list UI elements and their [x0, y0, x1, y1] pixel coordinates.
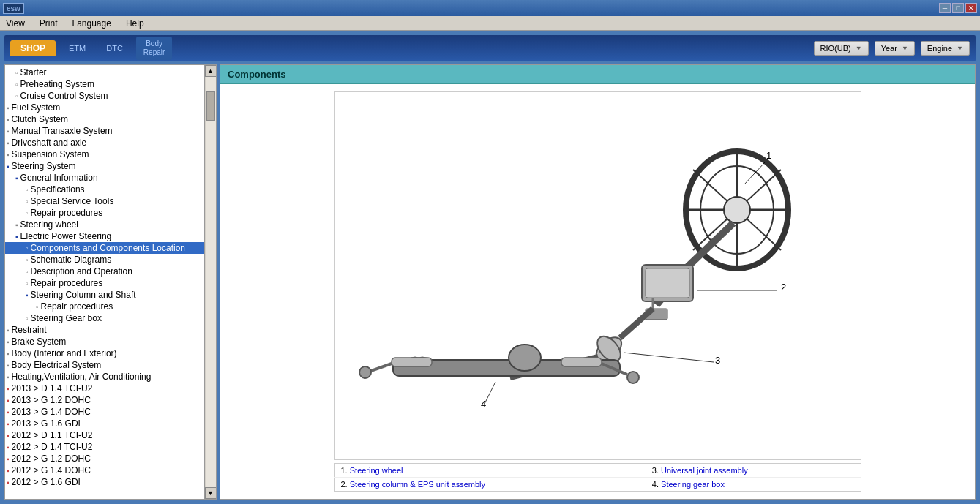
- dropdown-year[interactable]: Year ▼: [875, 41, 915, 56]
- tree-label-starter: Starter: [20, 67, 47, 78]
- svg-line-17: [620, 309, 653, 338]
- tree-item-body-elec[interactable]: ▪Body Electrical System: [5, 359, 204, 371]
- tree-item-cruise[interactable]: ▫Cruise Control System: [5, 90, 204, 102]
- tree-item-manual[interactable]: ▪Manual Transaxle System: [5, 125, 204, 137]
- svg-point-28: [627, 372, 639, 383]
- tree-item-special-tools[interactable]: ▫Special Service Tools: [5, 195, 204, 207]
- folder-icon: ▪: [7, 350, 10, 358]
- tree-label-preheating: Preheating System: [20, 79, 94, 89]
- svg-rect-23: [392, 358, 432, 366]
- scrollbar-vertical[interactable]: ▲ ▼: [204, 65, 216, 499]
- tree-item-repair-proc-col[interactable]: ▫Repair procedures: [5, 301, 204, 312]
- caption-table: 1. Steering wheel 3. Universal joint ass…: [334, 463, 861, 492]
- tree-version-item[interactable]: ▪2012 > G 1.6 GDI: [5, 476, 204, 488]
- tree-item-suspension[interactable]: ▪Suspension System: [5, 148, 204, 160]
- svg-text:4: 4: [481, 399, 486, 410]
- caption-2: Steering column & EPS unit assembly: [350, 480, 485, 489]
- tree-version-item[interactable]: ▪2012 > D 1.1 TCI-U2: [5, 429, 204, 441]
- chevron-down-icon: ▼: [957, 45, 963, 52]
- tab-shop[interactable]: SHOP: [10, 40, 56, 56]
- menu-bar: View Print Language Help: [0, 16, 980, 31]
- tree-version-item[interactable]: ▪2012 > D 1.4 TCI-U2: [5, 441, 204, 453]
- maximize-btn[interactable]: □: [952, 3, 964, 13]
- tree-item-clutch[interactable]: ▪Clutch System: [5, 113, 204, 125]
- tree-item-starter[interactable]: ▫Starter: [5, 67, 204, 78]
- folder-icon: ▪: [7, 139, 10, 147]
- tree-item-eps[interactable]: ▪Electric Power Steering: [5, 230, 204, 242]
- tree-item-steering-gear[interactable]: ▫Steering Gear box: [5, 312, 204, 324]
- tree-item-driveshaft[interactable]: ▪Driveshaft and axle: [5, 137, 204, 148]
- scroll-thumb[interactable]: [206, 91, 215, 121]
- dropdown-engine[interactable]: Engine ▼: [921, 41, 970, 56]
- document-icon: ▫: [15, 80, 18, 89]
- svg-point-22: [509, 345, 541, 371]
- tree-label-suspension: Suspension System: [12, 149, 89, 159]
- tree-version-item[interactable]: ▪2013 > G 1.2 DOHC: [5, 394, 204, 406]
- tree-item-steering-wheel[interactable]: ▪Steering wheel: [5, 219, 204, 230]
- menu-language[interactable]: Language: [69, 17, 113, 30]
- version-label: 2012 > D 1.1 TCI-U2: [12, 430, 93, 440]
- tree-version-item[interactable]: ▪2013 > G 1.4 DOHC: [5, 406, 204, 418]
- tab-body-repair[interactable]: Body Repair: [136, 37, 172, 60]
- tree-item-fuel[interactable]: ▪Fuel System: [5, 102, 204, 113]
- svg-line-29: [744, 162, 765, 184]
- tree-item-steering-col[interactable]: ▪Steering Column and Shaft: [5, 289, 204, 301]
- menu-print[interactable]: Print: [37, 17, 61, 30]
- version-label: 2013 > G 1.6 GDI: [12, 418, 81, 429]
- tree-label-schematic: Schematic Diagrams: [31, 255, 112, 265]
- tree-label-general-info: General Information: [20, 173, 98, 183]
- scroll-up-btn[interactable]: ▲: [205, 65, 217, 77]
- dropdown-model[interactable]: RIO(UB) ▼: [814, 41, 869, 56]
- window-controls[interactable]: ─ □ ✕: [939, 3, 977, 13]
- tree-item-schematic[interactable]: ▫Schematic Diagrams: [5, 254, 204, 266]
- document-icon: ▫: [26, 209, 29, 217]
- tree-version-item[interactable]: ▪2012 > G 1.2 DOHC: [5, 453, 204, 464]
- scroll-down-btn[interactable]: ▼: [205, 487, 217, 499]
- version-icon: ▪: [7, 432, 10, 440]
- tree-version-item[interactable]: ▪2013 > D 1.4 TCI-U2: [5, 383, 204, 394]
- tree-version-item[interactable]: ▪2012 > G 1.4 DOHC: [5, 464, 204, 476]
- tree-item-hvac[interactable]: ▪Heating,Ventilation, Air Conditioning: [5, 371, 204, 383]
- tree-item-specifications[interactable]: ▫Specifications: [5, 184, 204, 195]
- minimize-btn[interactable]: ─: [939, 3, 951, 13]
- chevron-down-icon: ▼: [902, 45, 908, 52]
- right-panel: Components 1 2 3 4: [220, 64, 976, 500]
- svg-rect-24: [561, 358, 602, 366]
- tree-item-body-int-ext[interactable]: ▪Body (Interior and Exterior): [5, 347, 204, 359]
- tree-item-repair-proc-eps[interactable]: ▫Repair procedures: [5, 277, 204, 289]
- tab-etm[interactable]: ETM: [61, 41, 93, 56]
- tab-dtc[interactable]: DTC: [99, 41, 130, 56]
- content-body: 1 2 3 4: [220, 84, 975, 499]
- tree-item-steering[interactable]: ▪Steering System: [5, 160, 204, 172]
- tree-item-repair-proc-gi[interactable]: ▫Repair procedures: [5, 207, 204, 219]
- folder-icon: ▪: [7, 104, 10, 112]
- tree-version-item[interactable]: ▪2013 > G 1.6 GDI: [5, 418, 204, 429]
- menu-help[interactable]: Help: [123, 17, 147, 30]
- tree-label-special-tools: Special Service Tools: [31, 196, 114, 206]
- menu-view[interactable]: View: [3, 17, 28, 30]
- tree-item-general-info[interactable]: ▪General Information: [5, 172, 204, 184]
- svg-rect-14: [646, 268, 689, 298]
- tree-item-description[interactable]: ▫Description and Operation: [5, 266, 204, 277]
- tree-item-brake[interactable]: ▪Brake System: [5, 336, 204, 347]
- version-label: 2012 > G 1.4 DOHC: [12, 465, 91, 475]
- tree-label-fuel: Fuel System: [12, 102, 61, 113]
- content-header: Components: [220, 65, 975, 84]
- svg-line-31: [624, 353, 714, 362]
- svg-point-26: [359, 366, 371, 378]
- version-icon: ▪: [7, 408, 10, 416]
- tree-label-restraint: Restraint: [12, 325, 47, 335]
- folder-icon: ▪: [7, 361, 10, 369]
- chevron-down-icon: ▼: [856, 45, 862, 52]
- tree-item-restraint[interactable]: ▪Restraint: [5, 324, 204, 336]
- tree-item-preheating[interactable]: ▫Preheating System: [5, 78, 204, 90]
- document-icon: ▫: [26, 186, 29, 194]
- tree-label-steering-col: Steering Column and Shaft: [31, 290, 136, 300]
- document-icon: ▫: [26, 198, 29, 206]
- tree-scroll[interactable]: ▫Starter▫Preheating System▫Cruise Contro…: [5, 65, 204, 499]
- close-btn[interactable]: ✕: [965, 3, 977, 13]
- version-label: 2012 > G 1.2 DOHC: [12, 454, 91, 464]
- app-logo: esw: [3, 3, 24, 14]
- document-icon: ▫: [26, 244, 29, 252]
- tree-item-components[interactable]: ▫Components and Components Location: [5, 242, 204, 254]
